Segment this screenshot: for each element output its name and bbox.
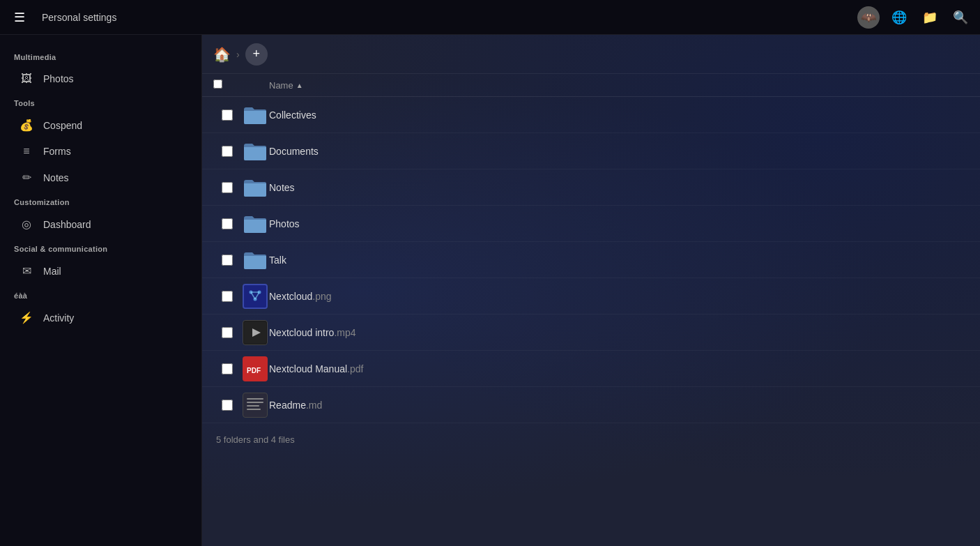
svg-rect-0 xyxy=(244,285,266,308)
file-name-nextcloud-mp4: Nextcloud intro.mp4 xyxy=(269,327,356,338)
checkbox-cell[interactable] xyxy=(213,255,241,266)
activity-icon: ⚡ xyxy=(20,311,33,324)
sidebar-item-label-mail: Mail xyxy=(43,266,61,277)
file-icon-cell-notes xyxy=(241,177,269,198)
file-name-cell-talk: Talk xyxy=(269,255,969,266)
select-all-checkbox[interactable] xyxy=(213,79,241,91)
file-row-readme-md[interactable]: Readme.md xyxy=(202,387,980,423)
file-name-cell-nextcloud-png: Nextcloud.png xyxy=(269,291,969,302)
file-name-photos: Photos xyxy=(269,218,300,229)
file-ext-nextcloud-pdf: .pdf xyxy=(347,363,363,374)
folder-icon xyxy=(243,141,268,162)
checkbox-cell[interactable] xyxy=(213,327,241,338)
checkbox-cell[interactable] xyxy=(213,109,241,121)
mail-icon: ✉ xyxy=(20,264,33,278)
sidebar-item-photos[interactable]: 🖼Photos xyxy=(6,66,196,91)
avatar[interactable]: 🦇 xyxy=(857,6,880,29)
file-row-collectives[interactable]: Collectives xyxy=(202,97,980,133)
file-checkbox-notes[interactable] xyxy=(222,182,233,193)
menu-icon[interactable]: ☰ xyxy=(8,6,31,29)
file-row-photos[interactable]: Photos xyxy=(202,206,980,242)
checkbox-cell[interactable] xyxy=(213,291,241,302)
folder-icon[interactable]: 📁 xyxy=(919,6,941,29)
png-icon xyxy=(243,284,268,309)
sidebar-section-social&communication: Social & communication xyxy=(0,238,201,257)
name-column-header[interactable]: Name ▲ xyxy=(269,80,969,91)
breadcrumb-home[interactable]: 🏠 xyxy=(213,46,231,63)
sidebar-item-activity[interactable]: ⚡Activity xyxy=(6,305,196,331)
file-name-cell-collectives: Collectives xyxy=(269,109,969,121)
content-area: 🏠 › + Name ▲ Collective xyxy=(202,35,980,546)
sidebar-section-multimedia: Multimedia xyxy=(0,46,201,66)
file-name-talk: Talk xyxy=(269,255,286,266)
checkbox-cell[interactable] xyxy=(213,182,241,193)
folder-icon xyxy=(243,250,268,271)
search-icon[interactable]: 🔍 xyxy=(949,6,972,29)
file-name-cell-documents: Documents xyxy=(269,146,969,157)
video-icon xyxy=(243,320,268,345)
file-list: Name ▲ Collectives Documents Notes xyxy=(202,74,980,546)
sidebar-section-customization: Customization xyxy=(0,191,201,211)
file-icon-cell-readme-md xyxy=(241,393,269,418)
folder-icon xyxy=(243,105,268,126)
file-row-nextcloud-mp4[interactable]: Nextcloud intro.mp4 xyxy=(202,314,980,351)
file-checkbox-nextcloud-mp4[interactable] xyxy=(222,327,233,338)
file-name-notes: Notes xyxy=(269,182,295,193)
sidebar-item-label-photos: Photos xyxy=(43,73,74,84)
file-name-nextcloud-pdf: Nextcloud Manual.pdf xyxy=(269,363,363,374)
sidebar-item-forms[interactable]: ≡Forms xyxy=(6,139,196,164)
sidebar-item-cospend[interactable]: 💰Cospend xyxy=(6,112,196,138)
file-icon-cell-nextcloud-png xyxy=(241,284,269,309)
globe-icon[interactable]: 🌐 xyxy=(888,6,910,29)
svg-rect-13 xyxy=(247,402,263,403)
file-row-nextcloud-pdf[interactable]: PDF Nextcloud Manual.pdf xyxy=(202,351,980,387)
file-checkbox-readme-md[interactable] xyxy=(222,400,233,411)
file-name-cell-nextcloud-mp4: Nextcloud intro.mp4 xyxy=(269,327,969,338)
file-checkbox-talk[interactable] xyxy=(222,255,233,266)
file-checkbox-nextcloud-png[interactable] xyxy=(222,291,233,302)
notes-icon: ✏ xyxy=(20,171,33,184)
md-icon xyxy=(243,393,268,418)
file-row-notes[interactable]: Notes xyxy=(202,169,980,206)
checkbox-cell[interactable] xyxy=(213,363,241,374)
file-icon-cell-talk xyxy=(241,250,269,271)
sidebar-item-label-dashboard: Dashboard xyxy=(43,219,91,230)
sidebar-item-notes[interactable]: ✏Notes xyxy=(6,165,196,190)
checkbox-cell[interactable] xyxy=(213,400,241,411)
file-name-readme-md: Readme.md xyxy=(269,400,322,411)
sidebar-section-éàà: éàà xyxy=(0,285,201,304)
main-layout: Multimedia🖼PhotosTools💰Cospend≡Forms✏Not… xyxy=(0,35,980,546)
file-name-documents: Documents xyxy=(269,146,319,157)
file-checkbox-collectives[interactable] xyxy=(222,109,233,121)
cospend-icon: 💰 xyxy=(20,119,33,132)
file-checkbox-nextcloud-pdf[interactable] xyxy=(222,363,233,374)
file-checkbox-documents[interactable] xyxy=(222,146,233,157)
file-row-nextcloud-png[interactable]: Nextcloud.png xyxy=(202,278,980,314)
sidebar-item-label-notes: Notes xyxy=(43,172,69,183)
file-ext-nextcloud-png: .png xyxy=(312,291,331,302)
topbar-title: Personal settings xyxy=(42,12,846,23)
add-button[interactable]: + xyxy=(245,43,268,66)
file-count: 5 folders and 4 files xyxy=(202,423,980,456)
file-icon-cell-documents xyxy=(241,141,269,162)
file-row-talk[interactable]: Talk xyxy=(202,242,980,278)
checkbox-cell[interactable] xyxy=(213,146,241,157)
file-row-documents[interactable]: Documents xyxy=(202,133,980,169)
file-icon-cell-collectives xyxy=(241,105,269,126)
sidebar-item-dashboard[interactable]: ◎Dashboard xyxy=(6,211,196,237)
folder-icon xyxy=(243,213,268,234)
sidebar-item-label-cospend: Cospend xyxy=(43,120,82,131)
file-name-cell-nextcloud-pdf: Nextcloud Manual.pdf xyxy=(269,363,969,374)
forms-icon: ≡ xyxy=(20,145,33,158)
file-list-header: Name ▲ xyxy=(202,74,980,97)
sidebar-item-mail[interactable]: ✉Mail xyxy=(6,258,196,284)
folder-icon xyxy=(243,177,268,198)
svg-rect-12 xyxy=(247,398,263,400)
checkbox-cell[interactable] xyxy=(213,218,241,229)
file-name-cell-readme-md: Readme.md xyxy=(269,400,969,411)
file-name-nextcloud-png: Nextcloud.png xyxy=(269,291,332,302)
breadcrumb-chevron: › xyxy=(236,49,240,60)
file-checkbox-photos[interactable] xyxy=(222,218,233,229)
sidebar-item-label-forms: Forms xyxy=(43,146,71,157)
select-all-input[interactable] xyxy=(213,79,222,89)
